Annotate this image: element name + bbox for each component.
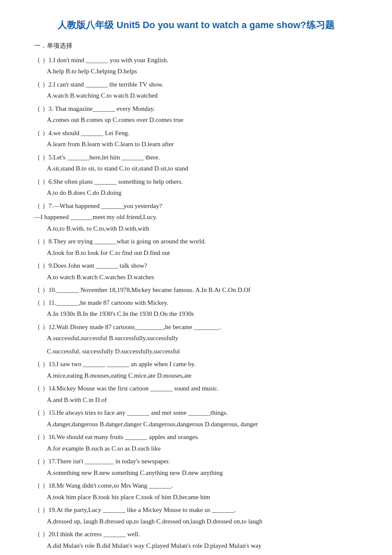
question-block: （ ）5.Let's _______here,let him _______ t… [34, 152, 358, 174]
options-line: C.successful, successfully D.successfull… [34, 346, 358, 357]
question-text: （ ）14.Mickey Mouse was the first cartoon… [34, 383, 358, 394]
question-text: （ ）5.Let's _______here,let him _______ t… [34, 152, 358, 163]
options-line: A.took him place B.took his place C.took… [34, 492, 358, 503]
question-block: （ ）16.We should eat many fruits _______ … [34, 432, 358, 454]
question-block: （ ）19.At the party,Lucy _______ like a M… [34, 505, 358, 527]
question-text: （ ）8.They are trying _______what is goin… [34, 236, 358, 247]
question-text: （ ）3. That magazine_______ every Monday. [34, 104, 358, 115]
question-block: （ ）15.He always tries to face any ______… [34, 408, 358, 430]
question-block: （ ）20.I think the actress _______ well.A… [34, 529, 358, 551]
question-text: （ ）20.I think the actress _______ well. [34, 529, 358, 540]
options-line: A.comes out B.comes up C.comes over D.co… [34, 115, 358, 126]
options-line: A.mice,eating B.mouses,eating C.mice,ate… [34, 370, 358, 382]
options-line: A.look for B.to look for C.to find out D… [34, 248, 358, 259]
options-line: A.something new B.new something C.anythi… [34, 468, 358, 479]
question-block: （ ）8.They are trying _______what is goin… [34, 236, 358, 258]
question-text: （ ）9.Does John want _______ talk show? [34, 260, 358, 272]
question-block: （ ）9.Does John want _______ talk show?A.… [34, 260, 358, 283]
question-text: （ ）6.She often plans _______ something t… [34, 176, 358, 188]
question-text: （ ）7.—What happened _______you yesterday… [34, 201, 358, 212]
question-text: （ ）10._______ November 18,1978,Mickey be… [34, 285, 358, 296]
question-block: （ ）17.There isn't _________ in today's n… [34, 456, 358, 478]
options-line: A.did Mulan's role B.did Mulan's way C.p… [34, 541, 358, 552]
question-block: （ ）18.Mr Wang didn't come,so Mrs Wang __… [34, 480, 358, 503]
question-block: （ ）2.I can't stand _______ the terrible … [34, 79, 358, 101]
question-block: （ ）12.Walt Disney made 87 cartoons______… [34, 322, 358, 357]
question-block: （ ）10._______ November 18,1978,Mickey be… [34, 285, 358, 296]
question-text: （ ）12.Walt Disney made 87 cartoons______… [34, 322, 358, 333]
options-line: A.to do B.does C.do D.doing [34, 188, 358, 199]
question-text: （ ）18.Mr Wang didn't come,so Mrs Wang __… [34, 480, 358, 491]
options-line: A.learn from B.learn with C.learn to D.l… [34, 139, 358, 150]
question-text2: —I happened _______meet my old friend,Lu… [34, 212, 358, 223]
options-line: A.danger,dangerous B.danger,danger C.dan… [34, 419, 358, 430]
options-line: A.for example B.such as C.so as D.such l… [34, 443, 358, 454]
page-title: 人教版八年级 Unit5 Do you want to watch a game… [34, 17, 358, 33]
options-line: A.help B.to help C.helping D.helps [34, 66, 358, 77]
question-block: （ ）7.—What happened _______you yesterday… [34, 201, 358, 234]
options-line: A.to watch B.watch C.watches D.watches [34, 272, 358, 283]
question-text: （ ）2.I can't stand _______ the terrible … [34, 79, 358, 90]
options-line: A.dressed up, laugh B.dressed up,to laug… [34, 516, 358, 527]
options-line: A.and B.with C.in D.of [34, 395, 358, 406]
section-label: 一．单项选择 [34, 40, 358, 52]
question-block: （ ）4.we should _______ Lei Feng.A.learn … [34, 128, 358, 150]
question-text: （ ）15.He always tries to face any ______… [34, 408, 358, 419]
question-text: （ ）13.I saw two _______ _______ an apple… [34, 359, 358, 370]
options-line: A.to,to B.with, to C.to,with D.with,with [34, 223, 358, 234]
question-text: （ ）11._______,he made 87 cartoons with M… [34, 298, 358, 309]
question-text: （ ）1.I don't mind _______ you with your … [34, 55, 358, 66]
options-line: A.sit,stand B.to sit, to stand C.to sit,… [34, 163, 358, 174]
question-text: （ ）19.At the party,Lucy _______ like a M… [34, 505, 358, 516]
question-text: （ ）4.we should _______ Lei Feng. [34, 128, 358, 139]
question-text: （ ）17.There isn't _________ in today's n… [34, 456, 358, 467]
options-line: A.successful,successful B.successfully,s… [34, 333, 358, 344]
question-text: （ ）16.We should eat many fruits _______ … [34, 432, 358, 443]
question-block: （ ）3. That magazine_______ every Monday.… [34, 104, 358, 126]
question-block: （ ）13.I saw two _______ _______ an apple… [34, 359, 358, 381]
options-line: A.In 1930s B.In the 1930's C.In the 1930… [34, 309, 358, 320]
question-block: （ ）14.Mickey Mouse was the first cartoon… [34, 383, 358, 405]
question-block: （ ）11._______,he made 87 cartoons with M… [34, 298, 358, 320]
question-block: （ ）1.I don't mind _______ you with your … [34, 55, 358, 77]
question-block: （ ）6.She often plans _______ something t… [34, 176, 358, 199]
options-line: A.watch B.watching C.to watch D.watched [34, 90, 358, 101]
